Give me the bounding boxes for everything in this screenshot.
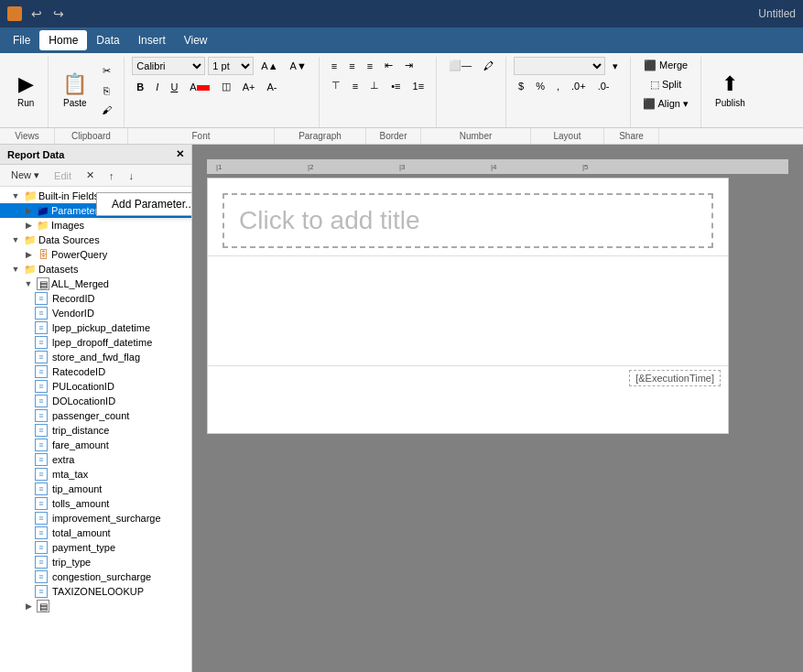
close-sidebar-button[interactable]: ✕ — [176, 148, 184, 160]
expand-parameters[interactable]: ▶ — [22, 204, 35, 217]
tree-item-trip-type[interactable]: ≡ trip_type — [0, 555, 191, 569]
para-row1: ≡ ≡ ≡ ⇤ ⇥ — [327, 57, 429, 74]
move-down-button[interactable]: ↓ — [124, 168, 140, 183]
tree-item-taxizonelookup[interactable]: ▶ ▤ — [0, 599, 191, 613]
cut-button[interactable]: ✂ — [97, 62, 116, 80]
merge-button[interactable]: ⬛ Merge — [638, 57, 693, 74]
new-button[interactable]: New ▾ — [5, 168, 45, 183]
tree-item-store-fwd[interactable]: ≡ store_and_fwd_flag — [0, 350, 191, 364]
menu-home[interactable]: Home — [39, 30, 87, 50]
tree-item-payment-type[interactable]: ≡ payment_type — [0, 540, 191, 555]
menu-view[interactable]: View — [175, 30, 217, 50]
list-bullet-button[interactable]: •≡ — [386, 78, 405, 94]
tree-item-total-amount[interactable]: ≡ total_amount — [0, 526, 191, 540]
valign-top-button[interactable]: ⊤ — [327, 77, 345, 94]
font-larger-button[interactable]: A+ — [238, 79, 260, 95]
redo-button[interactable]: ↪ — [49, 6, 68, 21]
expand-powerquery[interactable]: ▶ — [22, 248, 35, 261]
label-border: Border — [366, 128, 421, 144]
tree-label-lpep-dropoff: lpep_dropoff_datetime — [52, 337, 152, 348]
tree-item-fare-amount[interactable]: ≡ fare_amount — [0, 438, 191, 452]
tree-item-improvement[interactable]: ≡ improvement_surcharge — [0, 511, 191, 526]
border-color-button[interactable]: 🖍 — [479, 58, 498, 74]
bold-button[interactable]: B — [132, 79, 148, 95]
font-size-select[interactable]: 1 pt — [208, 57, 254, 75]
menu-insert[interactable]: Insert — [129, 30, 175, 50]
move-up-button[interactable]: ↑ — [103, 168, 120, 183]
tree-item-lpep-pickup[interactable]: ≡ lpep_pickup_datetime — [0, 320, 191, 335]
tree-item-trip-distance[interactable]: ≡ trip_distance — [0, 423, 191, 438]
italic-button[interactable]: I — [151, 79, 163, 95]
align-center-button[interactable]: ≡ — [344, 58, 359, 74]
tree-item-taxizonelookup[interactable]: ≡ TAXIZONELOOKUP — [0, 584, 191, 599]
list-number-button[interactable]: 1≡ — [408, 78, 429, 94]
tree-item-datasources[interactable]: ▼ 📁 Data Sources — [0, 233, 191, 247]
decrease-font-button[interactable]: A▼ — [286, 58, 311, 74]
paste-button[interactable]: 📋 Paste — [56, 68, 93, 113]
menu-file[interactable]: File — [4, 30, 39, 50]
report-title-area[interactable]: Click to add title — [222, 193, 713, 248]
expand-datasources[interactable]: ▼ — [9, 233, 22, 246]
underline-button[interactable]: U — [166, 79, 182, 95]
tree-item-recordid[interactable]: ≡ RecordID — [0, 291, 191, 306]
increase-font-button[interactable]: A▲ — [256, 58, 282, 74]
highlight-button[interactable]: ◫ — [217, 78, 235, 95]
indent-button[interactable]: ⇥ — [400, 57, 418, 74]
tree-item-pulocationid[interactable]: ≡ PULocationID — [0, 379, 191, 394]
tree-label-improvement: improvement_surcharge — [52, 513, 161, 524]
outdent-button[interactable]: ⇤ — [380, 57, 397, 74]
valign-mid-button[interactable]: ≡ — [348, 78, 363, 94]
copy-button[interactable]: ⎘ — [97, 82, 116, 99]
font-row2: B I U A ◫ A+ A- — [132, 78, 310, 95]
tree-item-dolocationid[interactable]: ≡ DOLocationID — [0, 394, 191, 408]
tree-item-datasets[interactable]: ▼ 📁 Datasets — [0, 262, 191, 276]
tree-item-vendorid[interactable]: ≡ VendorID — [0, 306, 191, 320]
expand-all-merged[interactable]: ▼ — [22, 277, 35, 290]
split-button[interactable]: ⬚ Split — [638, 76, 693, 93]
tree-item-extra[interactable]: ≡ extra — [0, 452, 191, 467]
tree-item-powerquery[interactable]: ▶ 🗄 PowerQuery — [0, 247, 191, 262]
tree-item-congestion[interactable]: ≡ congestion_surcharge — [0, 569, 191, 584]
format-painter-button[interactable]: 🖌 — [97, 102, 116, 118]
tree-item-ratecodeid[interactable]: ≡ RatecodeID — [0, 364, 191, 379]
inc-decimal-button[interactable]: .0+ — [567, 78, 591, 94]
tree-item-mta-tax[interactable]: ≡ mta_tax — [0, 467, 191, 482]
ribbon-group-border: ⬜— 🖍 — [437, 57, 506, 127]
align-right-button[interactable]: ≡ — [363, 58, 377, 74]
font-smaller-button[interactable]: A- — [262, 79, 281, 95]
expand-taxizonelookup[interactable]: ▶ — [22, 600, 35, 612]
field-icon-vendorid: ≡ — [35, 307, 48, 320]
expand-images[interactable]: ▶ — [22, 219, 35, 232]
publish-button[interactable]: ⬆ Publish — [709, 68, 752, 113]
delete-item-button[interactable]: ✕ — [81, 168, 100, 183]
align-left-button[interactable]: ≡ — [327, 58, 342, 74]
menu-data[interactable]: Data — [87, 30, 128, 50]
number-expand-button[interactable]: ▾ — [608, 58, 623, 75]
tree-item-images[interactable]: ▶ 📁 Images — [0, 218, 191, 233]
number-format-select[interactable] — [514, 57, 605, 75]
font-family-select[interactable]: Calibri — [132, 57, 205, 75]
expand-datasets[interactable]: ▼ — [9, 263, 22, 276]
ruler-mark-5: |5 — [582, 163, 589, 171]
percent-button[interactable]: % — [531, 78, 549, 94]
comma-button[interactable]: , — [552, 78, 564, 94]
tree-item-all-merged[interactable]: ▼ ▤ ALL_Merged — [0, 276, 191, 291]
run-button[interactable]: ▶ Run — [11, 68, 40, 113]
tree-item-tip-amount[interactable]: ≡ tip_amount — [0, 482, 191, 496]
undo-button[interactable]: ↩ — [27, 6, 46, 21]
tree-label-dolocationid: DOLocationID — [52, 396, 115, 406]
expand-built-in[interactable]: ▼ — [9, 190, 22, 202]
edit-button[interactable]: Edit — [49, 168, 77, 183]
context-menu-add-parameter[interactable]: Add Parameter... — [97, 193, 192, 215]
valign-bot-button[interactable]: ⊥ — [365, 77, 384, 94]
font-color-button[interactable]: A — [185, 79, 213, 95]
dec-decimal-button[interactable]: .0- — [593, 78, 614, 94]
ribbon-group-layout: ⬛ Merge ⬚ Split ⬛ Align ▾ — [631, 57, 701, 127]
tree-item-passenger-count[interactable]: ≡ passenger_count — [0, 408, 191, 423]
tree-item-lpep-dropoff[interactable]: ≡ lpep_dropoff_datetime — [0, 335, 191, 350]
border-style-button[interactable]: ⬜— — [444, 57, 476, 74]
border-row1: ⬜— 🖍 — [444, 57, 498, 74]
tree-item-tolls-amount[interactable]: ≡ tolls_amount — [0, 496, 191, 511]
align-button[interactable]: ⬛ Align ▾ — [638, 95, 693, 113]
currency-button[interactable]: $ — [514, 78, 528, 94]
